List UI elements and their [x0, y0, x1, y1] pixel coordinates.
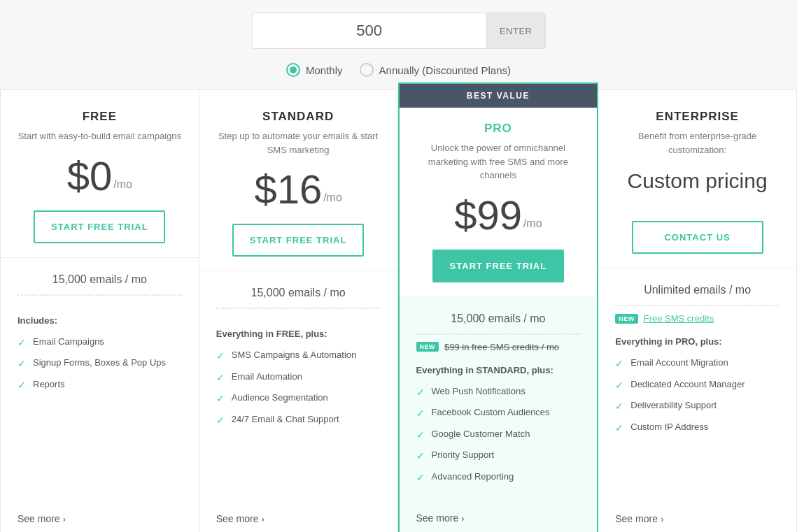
feature-item: ✓ Email Campaigns [17, 336, 182, 350]
plan-free-cta[interactable]: START FREE TRIAL [34, 210, 165, 243]
feature-text: Signup Forms, Boxes & Pop Ups [33, 357, 166, 369]
plan-standard-features: 15,000 emails / mo Everything in FREE, p… [199, 271, 397, 501]
plan-standard-see-more[interactable]: See more › [199, 501, 397, 532]
plan-pro-includes-label: Everything in STANDARD, plus: [416, 365, 581, 375]
subscriber-input-box: ENTER [252, 13, 546, 49]
plan-standard-feature-list: ✓ SMS Campaigns & Automation ✓ Email Aut… [216, 349, 381, 427]
check-icon: ✓ [216, 414, 225, 428]
feature-item: ✓ Priority Support [416, 449, 581, 463]
plus-label: plus: [532, 365, 553, 375]
check-icon: ✓ [615, 422, 623, 436]
plan-enterprise-name: ENTERPRISE [615, 110, 780, 124]
plan-pro-header: PRO Unlock the power of omnichannel mark… [400, 108, 598, 297]
feature-item: ✓ SMS Campaigns & Automation [216, 349, 381, 364]
feature-item: ✓ Audience Segmentation [216, 391, 381, 406]
plan-free-emails: 15,000 emails / mo [17, 273, 182, 296]
check-icon: ✓ [216, 371, 225, 385]
plan-enterprise-see-more[interactable]: See more › [598, 501, 796, 532]
check-icon: ✓ [17, 336, 26, 350]
plan-enterprise-price: Custom pricing [615, 169, 780, 207]
new-badge: NEW [416, 342, 439, 352]
plan-standard-emails: 15,000 emails / mo [216, 287, 381, 309]
plan-pro-features: 15,000 emails / mo NEW $99 in free SMS c… [400, 297, 598, 501]
plan-standard-includes-label: Everything in FREE, plus: [216, 329, 381, 339]
feature-item: ✓ Deliverability Support [615, 399, 780, 414]
feature-text: Deliverability Support [630, 399, 717, 412]
feature-text: Advanced Reporting [432, 470, 514, 483]
plan-enterprise-header: ENTERPRISE Benefit from enterprise-grade… [598, 90, 796, 268]
monthly-label: Monthly [306, 64, 343, 76]
feature-text: Priority Support [432, 449, 495, 461]
plan-standard-header: STANDARD Step up to automate your emails… [199, 90, 397, 271]
see-more-label: See more [615, 513, 658, 524]
enter-button[interactable]: ENTER [486, 13, 545, 48]
plan-free-includes-label: Includes: [17, 315, 182, 326]
feature-text: Audience Segmentation [232, 391, 328, 404]
plan-standard-price-unit: /mo [323, 192, 342, 204]
page-wrapper: ENTER Monthly Annually (Discounted Plans… [0, 0, 797, 532]
annually-radio[interactable] [360, 63, 374, 77]
feature-item: ✓ 24/7 Email & Chat Support [216, 413, 381, 428]
plan-enterprise-cta[interactable]: CONTACT US [632, 221, 763, 254]
plan-standard-price: $16 /mo [216, 169, 381, 210]
plan-free-price: $0 /mo [17, 156, 182, 196]
subscriber-count-input[interactable] [253, 22, 486, 40]
plan-pro-sms-line: NEW $99 in free SMS credits / mo [416, 342, 581, 352]
feature-item: ✓ Email Account Migration [615, 357, 780, 371]
check-icon: ✓ [17, 357, 26, 371]
plan-enterprise: ENTERPRISE Benefit from enterprise-grade… [598, 89, 797, 532]
feature-text: Reports [33, 378, 65, 391]
plan-standard-name: STANDARD [216, 110, 381, 124]
feature-text: Email Automation [232, 371, 302, 383]
feature-text: Email Campaigns [33, 336, 104, 348]
plan-free-description: Start with easy-to-build email campaigns [17, 129, 182, 143]
see-more-label: See more [216, 513, 259, 524]
plan-free-see-more[interactable]: See more › [1, 501, 199, 532]
best-value-banner: BEST VALUE [400, 84, 598, 108]
feature-item: ✓ Email Automation [216, 371, 381, 385]
monthly-radio[interactable] [286, 63, 300, 77]
plan-free-features: 15,000 emails / mo Includes: ✓ Email Cam… [1, 258, 199, 501]
plan-enterprise-sms-text: Free SMS credits [644, 313, 714, 324]
plan-pro-price-amount: $99 [454, 195, 522, 236]
plan-pro-feature-list: ✓ Web Push Notifications ✓ Facebook Cust… [416, 385, 581, 485]
plan-pro-description: Unlock the power of omnichannel marketin… [416, 141, 581, 182]
plan-enterprise-features: Unlimited emails / mo NEW Free SMS credi… [598, 268, 796, 501]
new-badge: NEW [615, 314, 638, 324]
see-more-label: See more [17, 513, 60, 524]
annually-option[interactable]: Annually (Discounted Plans) [360, 63, 511, 77]
feature-item: ✓ Facebook Custom Audiences [416, 406, 581, 421]
feature-item: ✓ Web Push Notifications [416, 385, 581, 400]
plan-enterprise-sms-line: NEW Free SMS credits [615, 313, 780, 324]
plan-enterprise-feature-list: ✓ Email Account Migration ✓ Dedicated Ac… [615, 357, 780, 435]
plan-pro-price: $99 /mo [416, 195, 581, 236]
plan-enterprise-custom-pricing: Custom pricing [628, 169, 768, 193]
plan-free-price-unit: /mo [113, 178, 132, 191]
plan-enterprise-emails: Unlimited emails / mo [615, 284, 780, 306]
plan-standard-cta[interactable]: START FREE TRIAL [232, 224, 364, 257]
plan-pro: BEST VALUE PRO Unlock the power of omnic… [398, 82, 599, 532]
see-more-label: See more [416, 512, 459, 524]
feature-item: ✓ Google Customer Match [416, 428, 581, 443]
plan-free-feature-list: ✓ Email Campaigns ✓ Signup Forms, Boxes … [17, 336, 182, 393]
feature-item: ✓ Custom IP Address [615, 421, 780, 436]
plan-pro-see-more[interactable]: See more › [400, 500, 598, 532]
feature-item: ✓ Dedicated Account Manager [615, 378, 780, 393]
see-more-arrow-icon: › [63, 514, 66, 524]
plan-pro-emails: 15,000 emails / mo [416, 312, 581, 335]
check-icon: ✓ [416, 429, 425, 443]
annually-label: Annually (Discounted Plans) [379, 64, 511, 76]
check-icon: ✓ [17, 379, 26, 393]
plan-pro-sms-text: $99 in free SMS credits / mo [444, 342, 559, 352]
plan-standard-description: Step up to automate your emails & start … [216, 129, 381, 157]
plan-pro-cta[interactable]: START FREE TRIAL [432, 250, 564, 282]
check-icon: ✓ [216, 350, 225, 364]
monthly-option[interactable]: Monthly [286, 63, 343, 77]
check-icon: ✓ [615, 379, 623, 393]
plan-free-name: FREE [17, 110, 182, 124]
feature-text: Facebook Custom Audiences [432, 406, 550, 419]
top-input-area: ENTER [0, 0, 797, 56]
check-icon: ✓ [416, 450, 425, 463]
plan-pro-price-unit: /mo [523, 217, 542, 230]
see-more-arrow-icon: › [661, 514, 663, 524]
